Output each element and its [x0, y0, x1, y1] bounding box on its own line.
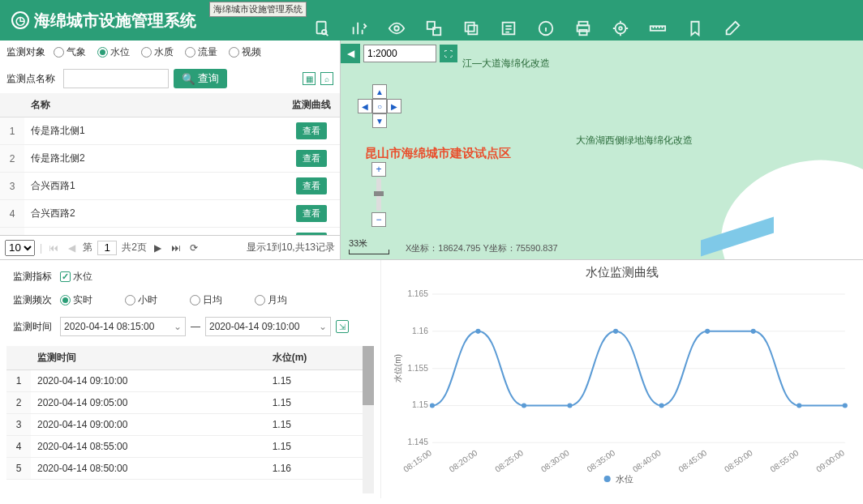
- pan-up-button[interactable]: ▲: [372, 84, 387, 99]
- table-row[interactable]: 52020-04-14 08:50:001.16: [6, 458, 374, 480]
- svg-point-46: [604, 476, 611, 482]
- target-radio-1[interactable]: 水位: [97, 45, 130, 59]
- monitor-grid: 名称 监测曲线 1传是路北侧1查看2传是路北侧2查看3合兴西路1查看4合兴西路2…: [0, 93, 340, 235]
- name-input[interactable]: [63, 69, 169, 88]
- table-row[interactable]: 5马鞍山路北侧钼冲之路西侧查看: [0, 228, 340, 236]
- map-center-label: 昆山市海绵城市建设试点区: [365, 146, 511, 161]
- pan-right-button[interactable]: ▶: [387, 99, 401, 113]
- view-button[interactable]: 查看: [296, 177, 327, 194]
- page-size-select[interactable]: 10: [5, 240, 35, 256]
- app-title-wrap: ◷ 海绵城市设施管理系统: [0, 10, 196, 32]
- radio-icon: [60, 295, 71, 305]
- radio-icon: [190, 295, 200, 305]
- target-icon[interactable]: [612, 19, 629, 37]
- target-radio-0[interactable]: 气象: [54, 45, 86, 59]
- pan-left-button[interactable]: ◀: [358, 99, 372, 113]
- scale-input[interactable]: [363, 45, 436, 62]
- table-row[interactable]: 2传是路北侧2查看: [0, 145, 340, 173]
- table-row[interactable]: 3合兴西路1查看: [0, 173, 340, 200]
- monitor-list-panel: 监测对象 气象水位水质流量视频 监测点名称 🔍 查询 ▦ ⌕ 名称 监测曲线: [0, 41, 341, 259]
- next-page-button[interactable]: ▶: [152, 241, 165, 254]
- freq-radio-0[interactable]: 实时: [60, 293, 92, 307]
- freq-radio-3[interactable]: 月均: [255, 293, 287, 307]
- svg-point-27: [475, 329, 480, 334]
- prev-page-button[interactable]: ◀: [65, 241, 78, 254]
- view-button[interactable]: 查看: [296, 122, 327, 139]
- target-radio-4[interactable]: 视频: [229, 45, 261, 59]
- radio-icon: [54, 47, 64, 58]
- eye-icon[interactable]: [388, 19, 406, 37]
- metric-checkbox[interactable]: 水位: [60, 270, 92, 284]
- app-title: 海绵城市设施管理系统: [34, 10, 196, 32]
- svg-text:1.15: 1.15: [412, 401, 428, 410]
- svg-text:1.16: 1.16: [412, 327, 428, 335]
- radio-icon: [141, 47, 152, 58]
- copy-icon[interactable]: [462, 19, 480, 37]
- svg-text:08:20:00: 08:20:00: [448, 448, 479, 474]
- freq-radio-1[interactable]: 小时: [125, 293, 157, 307]
- stats-icon[interactable]: [350, 19, 368, 37]
- col-level: 水位(m): [266, 346, 374, 370]
- print-icon[interactable]: [574, 19, 592, 37]
- svg-text:水位: 水位: [616, 474, 633, 484]
- end-time-input[interactable]: 2020-04-14 09:10:00: [205, 317, 331, 336]
- translate-icon[interactable]: [425, 19, 443, 37]
- coords-readout: X坐标：18624.795 Y坐标：75590.837: [406, 242, 558, 254]
- target-radio-3[interactable]: 流量: [185, 45, 217, 59]
- collapse-left-button[interactable]: ◀: [341, 44, 360, 63]
- zoom-thumb[interactable]: [374, 191, 384, 196]
- svg-text:08:25:00: 08:25:00: [493, 448, 525, 474]
- svg-text:1.165: 1.165: [407, 289, 428, 298]
- eraser-icon[interactable]: [723, 19, 741, 37]
- toolbar: [313, 0, 863, 41]
- zoom-icon[interactable]: ⌕: [320, 72, 333, 85]
- view-button[interactable]: 查看: [296, 205, 327, 222]
- pan-center-button[interactable]: ○: [372, 99, 387, 113]
- table-row[interactable]: 32020-04-14 09:00:001.15: [6, 414, 374, 436]
- grid-icon[interactable]: ▦: [303, 72, 316, 85]
- table-row[interactable]: 4合兴西路2查看: [0, 200, 340, 228]
- svg-point-13: [619, 27, 622, 30]
- ruler-icon[interactable]: [649, 19, 667, 37]
- zoom-in-button[interactable]: +: [371, 162, 386, 177]
- search-doc-icon[interactable]: [313, 19, 331, 37]
- table-row[interactable]: 42020-04-14 08:55:001.15: [6, 436, 374, 458]
- svg-point-29: [567, 403, 572, 408]
- col-name: 名称: [24, 93, 283, 117]
- list-icon[interactable]: [500, 19, 517, 37]
- logo-icon: ◷: [11, 11, 29, 29]
- table-row[interactable]: 22020-04-14 09:05:001.15: [6, 392, 374, 414]
- zoom-track[interactable]: [376, 178, 381, 211]
- check-icon: [60, 271, 71, 282]
- fullscreen-button[interactable]: ⛶: [440, 45, 457, 62]
- svg-point-35: [843, 403, 848, 408]
- map-label-2: 大渔湖西侧绿地海绵化改造: [576, 134, 693, 147]
- freq-radio-2[interactable]: 日均: [190, 293, 222, 307]
- target-radio-2[interactable]: 水质: [141, 45, 174, 59]
- bookmark-icon[interactable]: [686, 19, 704, 37]
- page-input[interactable]: [97, 241, 117, 255]
- start-time-input[interactable]: 2020-04-14 08:15:00: [60, 317, 186, 336]
- search-button[interactable]: 🔍 查询: [174, 69, 227, 88]
- scrollbar-thumb[interactable]: [363, 346, 374, 405]
- pager: 10 | ⏮ ◀ 第 共2页 ▶ ⏭ ⟳ 显示1到10,共13记录: [0, 235, 340, 259]
- target-filter-row: 监测对象 气象水位水质流量视频: [0, 41, 340, 64]
- zoom-out-button[interactable]: −: [371, 212, 386, 227]
- table-row[interactable]: 1传是路北侧1查看: [0, 117, 340, 145]
- vertical-scrollbar[interactable]: [363, 346, 374, 493]
- svg-text:09:00:00: 09:00:00: [814, 448, 846, 474]
- refresh-page-button[interactable]: ⟳: [187, 241, 200, 254]
- export-button[interactable]: ⇲: [336, 320, 349, 333]
- pan-down-button[interactable]: ▼: [372, 113, 387, 128]
- first-page-button[interactable]: ⏮: [47, 241, 60, 254]
- svg-point-32: [705, 329, 710, 334]
- svg-text:08:15:00: 08:15:00: [401, 448, 433, 474]
- table-row[interactable]: 12020-04-14 09:10:001.15: [6, 370, 374, 392]
- info-icon[interactable]: [537, 19, 555, 37]
- app-header: ◷ 海绵城市设施管理系统 海绵城市设施管理系统: [0, 0, 863, 41]
- view-button[interactable]: 查看: [296, 150, 327, 167]
- last-page-button[interactable]: ⏭: [170, 241, 182, 254]
- map-area[interactable]: ◀ ⛶ 江—大道海绵化改造 昆山市海绵城市建设试点区 大渔湖西侧绿地海绵化改造 …: [341, 41, 863, 259]
- svg-point-31: [659, 403, 664, 408]
- radio-icon: [229, 47, 239, 58]
